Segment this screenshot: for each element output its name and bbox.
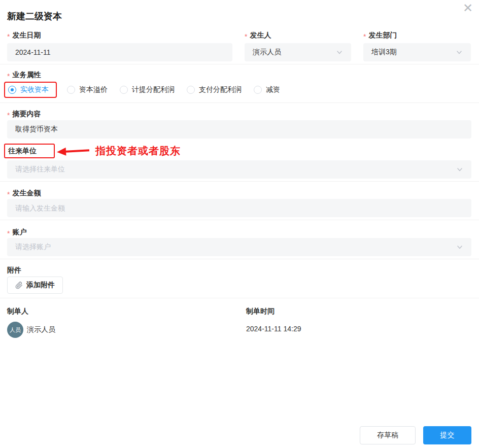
occur-person-value: 演示人员 (253, 48, 281, 57)
created-time-value: 2024-11-11 14:29 (246, 325, 471, 333)
required-mark: * (245, 32, 247, 41)
business-attr-label-text: 业务属性 (12, 71, 41, 80)
occur-person-label-text: 发生人 (250, 31, 271, 40)
avatar: 人员 (7, 322, 23, 338)
field-occur-person: * 发生人 演示人员 (245, 30, 351, 61)
radio-unselected-icon (187, 86, 195, 94)
occur-date-label: * 发生日期 (7, 30, 232, 40)
submit-button[interactable]: 提交 (423, 426, 471, 444)
annotation-arrow-left-icon (57, 146, 90, 156)
close-icon[interactable]: ✕ (461, 1, 475, 15)
chevron-down-icon (456, 244, 463, 251)
occur-dept-value: 培训3期 (371, 48, 397, 57)
required-mark: * (7, 111, 10, 119)
radio-option-pay-distributed-profit[interactable]: 支付分配利润 (187, 84, 242, 95)
dialog-title: 新建二级资本 (7, 0, 471, 23)
field-occur-date: * 发生日期 (7, 30, 232, 61)
attachment-label-text: 附件 (7, 266, 21, 275)
occur-date-input[interactable] (7, 43, 232, 61)
form-row-1: * 发生日期 * 发生人 演示人员 * 发生部门 培训3期 (7, 30, 471, 61)
arrow-head (57, 147, 66, 156)
radio-option-capital-reduction[interactable]: 减资 (254, 84, 280, 95)
radio-label: 减资 (266, 85, 280, 94)
arrow-shaft (66, 149, 89, 152)
save-draft-button[interactable]: 存草稿 (360, 426, 416, 444)
field-occur-dept: * 发生部门 培训3期 (363, 30, 471, 61)
radio-option-paid-in-capital[interactable]: 实收资本 (8, 84, 49, 95)
creator-line: 人员 演示人员 (7, 317, 246, 343)
divider (0, 102, 479, 103)
occur-date-label-text: 发生日期 (12, 31, 41, 40)
account-placeholder: 请选择账户 (15, 243, 51, 252)
radio-unselected-icon (120, 86, 128, 94)
amount-label-text: 发生金额 (12, 189, 41, 198)
dialog-footer: 存草稿 提交 (360, 426, 471, 444)
summary-label: * 摘要内容 (7, 109, 471, 119)
counterparty-label: 往来单位 (8, 146, 37, 156)
radio-option-capital-premium[interactable]: 资本溢价 (67, 84, 108, 95)
meta-row: 制单人 人员 演示人员 制单时间 2024-11-11 14:29 (7, 307, 471, 343)
chevron-down-icon (336, 49, 343, 56)
new-secondary-capital-dialog: ✕ 新建二级资本 * 发生日期 * 发生人 演示人员 * 发生部门 (0, 0, 479, 448)
attachment-label: 附件 (7, 265, 471, 275)
radio-option-accrue-distributed-profit[interactable]: 计提分配利润 (120, 84, 175, 95)
account-label: * 账户 (7, 227, 471, 237)
required-mark: * (7, 32, 10, 41)
created-time-label: 制单时间 (246, 307, 471, 317)
divider (0, 298, 479, 298)
radio-selected-icon (8, 86, 16, 94)
annotation-highlight-box: 实收资本 (4, 82, 57, 98)
creator-name: 演示人员 (27, 325, 55, 334)
amount-input[interactable] (7, 199, 471, 217)
created-time-block: 制单时间 2024-11-11 14:29 (246, 307, 471, 343)
divider (0, 64, 479, 64)
add-attachment-button[interactable]: 添加附件 (7, 277, 63, 294)
counterparty-select[interactable]: 请选择往来单位 (7, 160, 471, 179)
occur-person-select[interactable]: 演示人员 (245, 43, 351, 61)
annotation-highlight-box: 往来单位 (4, 144, 55, 158)
add-attachment-label: 添加附件 (26, 281, 55, 290)
chevron-down-icon (456, 49, 463, 56)
required-mark: * (7, 229, 10, 237)
required-mark: * (7, 72, 10, 80)
annotation-text: 指投资者或者股东 (95, 144, 181, 158)
radio-label: 支付分配利润 (199, 85, 242, 94)
paperclip-icon (15, 282, 23, 289)
divider (0, 259, 479, 259)
radio-unselected-icon (254, 86, 262, 94)
summary-input[interactable] (7, 120, 471, 139)
occur-person-label: * 发生人 (245, 30, 351, 40)
counterparty-label-row: 往来单位 指投资者或者股东 (7, 144, 471, 158)
creator-label: 制单人 (7, 307, 246, 317)
divider (0, 181, 479, 182)
account-select[interactable]: 请选择账户 (7, 238, 471, 256)
counterparty-label-text: 往来单位 (8, 147, 37, 156)
account-label-text: 账户 (12, 228, 26, 237)
divider (0, 220, 479, 220)
occur-dept-label-text: 发生部门 (368, 31, 397, 40)
required-mark: * (7, 190, 10, 198)
summary-label-text: 摘要内容 (12, 110, 41, 119)
radio-unselected-icon (67, 86, 75, 94)
occur-dept-select[interactable]: 培训3期 (363, 43, 471, 61)
radio-label: 计提分配利润 (132, 85, 175, 94)
required-mark: * (363, 32, 366, 41)
business-attr-radio-group: 实收资本 资本溢价 计提分配利润 支付分配利润 减资 (7, 82, 471, 98)
amount-label: * 发生金额 (7, 188, 471, 198)
radio-label: 资本溢价 (79, 85, 108, 94)
creator-block: 制单人 人员 演示人员 (7, 307, 246, 343)
chevron-down-icon (456, 166, 463, 173)
counterparty-placeholder: 请选择往来单位 (15, 165, 65, 174)
occur-dept-label: * 发生部门 (363, 30, 471, 40)
radio-label: 实收资本 (20, 85, 49, 94)
business-attr-label: * 业务属性 (7, 70, 471, 80)
